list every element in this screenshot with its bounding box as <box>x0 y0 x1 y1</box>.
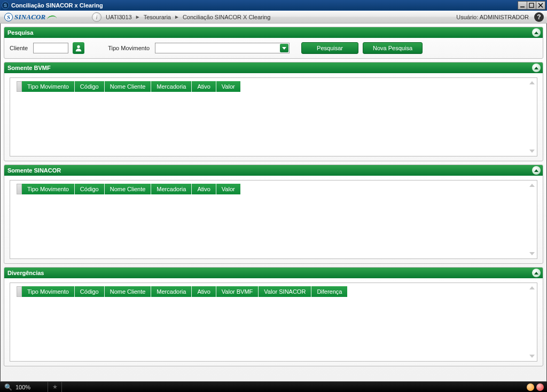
grid-sinacor[interactable]: Tipo Movimento Código Nome Cliente Merca… <box>10 180 537 259</box>
col-nome-cliente[interactable]: Nome Cliente <box>105 184 152 194</box>
panel-sinacor: Somente SINACOR Tipo Movimento Código No… <box>4 164 543 264</box>
col-tipo-movimento[interactable]: Tipo Movimento <box>22 184 75 194</box>
ribbon: S SINACOR i UATI3013 ► Tesouraria ► Conc… <box>0 11 547 23</box>
col-tipo-movimento[interactable]: Tipo Movimento <box>22 286 75 297</box>
col-codigo[interactable]: Código <box>75 286 105 297</box>
collapse-button[interactable] <box>532 166 541 175</box>
tipo-movimento-label: Tipo Movimento <box>108 45 151 51</box>
row-selector[interactable] <box>17 184 22 194</box>
col-valor-bvmf[interactable]: Valor BVMF <box>216 286 259 297</box>
person-icon <box>75 44 82 52</box>
col-ativo[interactable]: Ativo <box>192 81 216 92</box>
scroll-up-icon[interactable] <box>529 184 535 187</box>
col-valor[interactable]: Valor <box>216 81 240 92</box>
col-codigo[interactable]: Código <box>75 184 105 194</box>
col-ativo[interactable]: Ativo <box>192 286 216 297</box>
breadcrumb-user[interactable]: UATI3013 <box>106 14 132 20</box>
panel-header-divergencias: Divergências <box>4 268 543 278</box>
window-title: Conciliação SINACOR x Clearing <box>11 2 518 9</box>
col-diferenca[interactable]: Diferença <box>311 286 347 297</box>
close-button[interactable] <box>536 1 545 10</box>
col-tipo-movimento[interactable]: Tipo Movimento <box>22 81 75 92</box>
col-codigo[interactable]: Código <box>75 81 105 92</box>
panel-title: Somente BVMF <box>7 65 51 71</box>
chevron-down-icon[interactable] <box>280 44 288 52</box>
collapse-button[interactable] <box>532 269 541 277</box>
scroll-up-icon[interactable] <box>529 286 535 289</box>
panel-header-pesquisa: Pesquisa <box>4 27 543 38</box>
collapse-button[interactable] <box>532 28 541 37</box>
app-icon: S <box>2 2 9 9</box>
logo: S SINACOR <box>0 11 88 23</box>
panel-bvmf: Somente BVMF Tipo Movimento Código Nome … <box>4 62 543 161</box>
col-nome-cliente[interactable]: Nome Cliente <box>105 286 152 297</box>
info-icon[interactable]: i <box>92 12 101 22</box>
grid-header-row: Tipo Movimento Código Nome Cliente Merca… <box>17 81 240 92</box>
cliente-label: Cliente <box>10 45 29 51</box>
logo-text: SINACOR <box>14 13 45 21</box>
panel-title: Somente SINACOR <box>7 167 61 174</box>
favorite-button[interactable]: ★ <box>48 382 62 392</box>
grid-divergencias[interactable]: Tipo Movimento Código Nome Cliente Merca… <box>10 283 537 362</box>
col-mercadoria[interactable]: Mercadoria <box>151 286 192 297</box>
grid-header-row: Tipo Movimento Código Nome Cliente Merca… <box>17 286 347 297</box>
cliente-lookup-button[interactable] <box>73 42 84 54</box>
search-icon: 🔍 <box>4 383 12 391</box>
zoom-indicator[interactable]: 🔍 100% <box>0 382 48 392</box>
zoom-value: 100% <box>15 384 30 390</box>
col-valor-sinacor[interactable]: Valor SINACOR <box>259 286 311 297</box>
content-area: Pesquisa Cliente Tipo Movimento Pesquisa… <box>0 23 547 381</box>
panel-divergencias: Divergências Tipo Movimento Código Nome … <box>4 267 543 366</box>
row-selector[interactable] <box>17 286 22 297</box>
user-label: Usuário: ADMINISTRADOR <box>456 14 529 20</box>
scroll-down-icon[interactable] <box>529 150 535 153</box>
maximize-button[interactable] <box>527 1 536 10</box>
scroll-up-icon[interactable] <box>529 81 535 84</box>
row-selector[interactable] <box>17 81 22 92</box>
status-orb-error[interactable] <box>536 383 544 391</box>
tipo-movimento-select[interactable] <box>155 43 290 53</box>
col-valor[interactable]: Valor <box>216 184 240 194</box>
col-ativo[interactable]: Ativo <box>192 184 216 194</box>
collapse-button[interactable] <box>532 64 541 72</box>
scroll-down-icon[interactable] <box>529 252 535 255</box>
chevron-right-icon: ► <box>174 14 179 20</box>
panel-pesquisa: Pesquisa Cliente Tipo Movimento Pesquisa… <box>4 27 543 59</box>
scroll-down-icon[interactable] <box>529 355 535 358</box>
chevron-right-icon: ► <box>135 14 140 20</box>
breadcrumb: UATI3013 ► Tesouraria ► Conciliação SINA… <box>106 14 270 20</box>
panel-header-bvmf: Somente BVMF <box>4 62 543 73</box>
minimize-button[interactable] <box>518 1 527 10</box>
panel-title: Pesquisa <box>7 29 33 36</box>
status-bar: 🔍 100% ★ <box>0 381 547 392</box>
breadcrumb-level1[interactable]: Tesouraria <box>144 14 171 20</box>
svg-rect-1 <box>529 3 534 7</box>
svg-point-4 <box>77 45 80 48</box>
panel-header-sinacor: Somente SINACOR <box>4 165 543 176</box>
panel-title: Divergências <box>7 270 44 276</box>
nova-pesquisa-button[interactable]: Nova Pesquisa <box>363 42 423 54</box>
col-mercadoria[interactable]: Mercadoria <box>151 81 192 92</box>
breadcrumb-level2[interactable]: Conciliação SINACOR X Clearing <box>183 14 270 20</box>
col-nome-cliente[interactable]: Nome Cliente <box>105 81 152 92</box>
col-mercadoria[interactable]: Mercadoria <box>151 184 192 194</box>
grid-bvmf[interactable]: Tipo Movimento Código Nome Cliente Merca… <box>10 77 537 156</box>
window-titlebar: S Conciliação SINACOR x Clearing <box>0 0 547 11</box>
status-orb-warning[interactable] <box>527 383 534 391</box>
cliente-input[interactable] <box>33 43 68 53</box>
help-icon[interactable]: ? <box>534 12 544 22</box>
pesquisar-button[interactable]: Pesquisar <box>301 42 358 54</box>
grid-header-row: Tipo Movimento Código Nome Cliente Merca… <box>17 184 240 194</box>
